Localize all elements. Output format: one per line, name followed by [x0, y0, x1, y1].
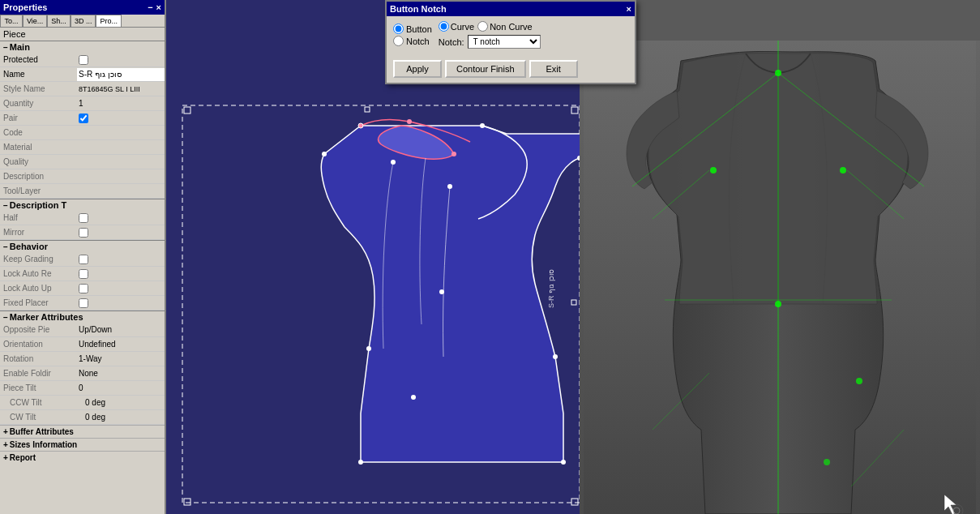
- main-section-header[interactable]: − Main: [0, 41, 165, 53]
- fixedplacer-checkbox[interactable]: [79, 298, 88, 308]
- prop-row-description: Description: [0, 169, 165, 184]
- prop-row-material: Material: [0, 140, 165, 155]
- prop-row-piecetilt: Piece Tilt 0: [0, 381, 165, 396]
- prop-row-rotation: Rotation 1-Way: [0, 352, 165, 366]
- prop-value-material: [77, 141, 165, 154]
- lockauto-checkbox[interactable]: [79, 269, 88, 279]
- button-notch-dialog: Button Notch × Button Notch: [385, 0, 636, 84]
- dialog-buttons-row: Apply Contour Finish Exit: [387, 57, 635, 83]
- description-section-header[interactable]: − Description T: [0, 199, 165, 211]
- prop-label-pair: Pair: [0, 113, 77, 123]
- prop-label-code: Code: [0, 127, 77, 138]
- prop-label-quantity: Quantity: [0, 98, 77, 109]
- prop-row-quantity: Quantity 1: [0, 96, 165, 111]
- prop-row-ccwtilt: CCW Tilt 0 deg: [0, 396, 165, 410]
- prop-row-lockauto: Lock Auto Re: [0, 267, 165, 281]
- prop-value-protected: [77, 54, 165, 66]
- buffer-attributes-section[interactable]: + Buffer Attributes: [0, 425, 165, 438]
- apply-button[interactable]: Apply: [393, 60, 442, 78]
- dialog-body: Button Notch Curve: [387, 16, 635, 57]
- prop-value-code: [77, 126, 165, 139]
- dialog-close-icon[interactable]: ×: [627, 4, 631, 14]
- prop-row-name: Name S-R סוכן גוף: [0, 67, 165, 82]
- prop-row-half: Half: [0, 211, 165, 225]
- prop-row-enablefold: Enable Foldir None: [0, 366, 165, 381]
- half-checkbox[interactable]: [79, 213, 88, 223]
- button-radio[interactable]: [393, 24, 404, 34]
- dialog-title-text: Button Notch: [390, 4, 447, 14]
- svg-point-16: [366, 346, 371, 351]
- close-button[interactable]: ×: [156, 2, 161, 12]
- prop-label-name: Name: [0, 69, 77, 79]
- notch-section: Notch: T notch: [439, 35, 628, 49]
- canvas-area: S-R סוכן גוף מקום פנוי ▶ ⬛ ⏺ 📷 ↖ ↻ 🔍 ✋ 📏…: [166, 0, 980, 514]
- dialog-title-bar: Button Notch ×: [387, 2, 635, 16]
- prop-label-cwtilt: CW Tilt: [6, 412, 83, 422]
- report-section[interactable]: + Report: [0, 451, 165, 464]
- protected-checkbox[interactable]: [79, 55, 88, 65]
- prop-label-keepgrading: Keep Grading: [0, 254, 77, 264]
- prop-value-enablefold: None: [77, 367, 165, 380]
- button-radio-label[interactable]: Button: [393, 24, 432, 34]
- properties-panel: Properties − × To... Vie... Sh... 3D ...…: [0, 0, 166, 514]
- marker-section-header[interactable]: − Marker Attributes: [0, 311, 165, 323]
- properties-tabs: To... Vie... Sh... 3D ... Pro...: [0, 15, 165, 28]
- behavior-section-header[interactable]: − Behavior: [0, 240, 165, 252]
- minimize-button[interactable]: −: [148, 2, 152, 12]
- contour-finish-button[interactable]: Contour Finish: [445, 60, 526, 78]
- notch-select[interactable]: T notch: [468, 35, 541, 49]
- prop-value-half: [77, 212, 165, 225]
- prop-label-opposite: Opposite Pie: [0, 324, 77, 335]
- prop-label-ccwtilt: CCW Tilt: [6, 397, 83, 408]
- non-curve-radio-label[interactable]: Non Curve: [477, 21, 533, 32]
- sizes-information-section[interactable]: + Sizes Information: [0, 438, 165, 451]
- curve-options-row: Curve Non Curve: [439, 21, 628, 32]
- prop-row-orientation: Orientation Undefined: [0, 337, 165, 352]
- notch-radio-label[interactable]: Notch: [393, 36, 432, 46]
- svg-point-21: [407, 119, 412, 124]
- svg-point-22: [451, 152, 456, 156]
- svg-point-23: [391, 160, 396, 165]
- svg-point-39: [775, 301, 781, 307]
- prop-label-half: Half: [0, 212, 77, 223]
- prop-value-description: [77, 170, 165, 183]
- curve-radio-label[interactable]: Curve: [439, 21, 474, 32]
- prop-row-quality: Quality: [0, 155, 165, 169]
- prop-row-cwtilt: CW Tilt 0 deg: [0, 410, 165, 425]
- keepgrading-checkbox[interactable]: [79, 255, 88, 264]
- mirror-checkbox[interactable]: [79, 228, 88, 238]
- pair-checkbox[interactable]: [79, 114, 88, 123]
- svg-point-14: [561, 460, 566, 465]
- prop-row-keepgrading: Keep Grading: [0, 252, 165, 267]
- tab-to[interactable]: To...: [0, 15, 23, 27]
- tab-3d[interactable]: 3D ...: [71, 15, 96, 27]
- prop-label-enablefold: Enable Foldir: [0, 368, 77, 379]
- tab-sh[interactable]: Sh...: [47, 15, 71, 27]
- svg-point-13: [553, 354, 558, 359]
- tab-vie[interactable]: Vie...: [23, 15, 47, 27]
- prop-value-piecetilt: 0: [77, 382, 165, 395]
- exit-button[interactable]: Exit: [529, 60, 578, 78]
- prop-row-lockautoup: Lock Auto Up: [0, 281, 165, 296]
- svg-point-18: [447, 184, 452, 189]
- prop-row-pair: Pair: [0, 111, 165, 126]
- prop-label-toollayer: Tool/Layer: [0, 186, 77, 196]
- prop-row-fixedplacer: Fixed Placer: [0, 296, 165, 311]
- prop-label-rotation: Rotation: [0, 353, 77, 364]
- svg-point-36: [775, 70, 781, 76]
- svg-point-41: [824, 459, 830, 465]
- prop-row-protected: Protected: [0, 53, 165, 67]
- prop-label-piecetilt: Piece Tilt: [0, 383, 77, 393]
- prop-value-opposite: Up/Down: [77, 323, 165, 336]
- tab-pro[interactable]: Pro...: [96, 15, 122, 27]
- non-curve-radio[interactable]: [477, 21, 488, 32]
- prop-label-quality: Quality: [0, 156, 77, 167]
- lockautoup-checkbox[interactable]: [79, 284, 88, 293]
- dialog-options-row: Button Notch Curve: [393, 21, 628, 49]
- prop-value-cwtilt: 0 deg: [83, 411, 165, 424]
- notch-radio[interactable]: [393, 36, 404, 46]
- prop-row-stylename: Style Name 8T16845G SL I LIII: [0, 82, 165, 96]
- prop-row-code: Code: [0, 126, 165, 140]
- curve-radio[interactable]: [439, 21, 449, 32]
- prop-label-material: Material: [0, 142, 77, 152]
